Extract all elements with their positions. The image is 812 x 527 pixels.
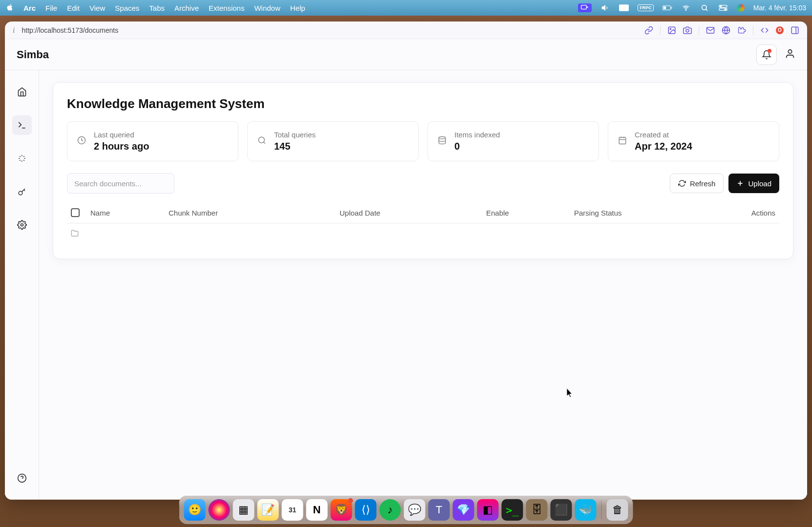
dock-dbeaver[interactable]: 🗄 (526, 499, 548, 521)
column-parsing: Parsing Status (574, 209, 736, 217)
dock-terminal[interactable]: >_ (502, 499, 523, 521)
macos-dock: 🙂 ▦ 📝 31 N 🦁 ⟨⟩ ♪ 💬 T 💎 ◧ >_ 🗄 ⬛ 🐳 🗑 (179, 496, 633, 524)
apple-menu-icon[interactable] (6, 3, 14, 13)
column-date: Upload Date (340, 209, 486, 217)
empty-table-row (67, 223, 779, 245)
menubar-datetime[interactable]: Mar. 4 févr. 15:03 (753, 4, 806, 12)
stat-total-queries: Total queries 145 (247, 121, 419, 161)
database-icon (438, 136, 447, 147)
svg-line-26 (23, 190, 24, 191)
menu-spaces[interactable]: Spaces (115, 4, 139, 12)
ext-globe-icon[interactable] (722, 26, 730, 35)
fps-badge[interactable]: FRPC (638, 4, 654, 11)
svg-rect-3 (619, 4, 629, 11)
link-icon[interactable] (644, 26, 653, 35)
svg-rect-0 (581, 5, 587, 9)
dock-launchpad[interactable]: ▦ (233, 499, 255, 521)
stat-value: 0 (454, 141, 500, 152)
dock-notes[interactable]: 📝 (257, 499, 279, 521)
sidebar-toggle-icon[interactable] (791, 26, 799, 35)
dock-obsidian[interactable]: 💎 (453, 499, 474, 521)
site-info-icon[interactable]: i (13, 26, 15, 35)
ext-picture-icon[interactable] (667, 26, 676, 35)
dock-docker[interactable]: 🐳 (575, 499, 597, 521)
dock-brave[interactable]: 🦁 (331, 499, 352, 521)
dock-notion[interactable]: N (306, 499, 328, 521)
search-icon (257, 136, 266, 147)
svg-rect-6 (671, 7, 672, 9)
sidebar-item-terminal[interactable] (12, 115, 32, 135)
volume-icon[interactable] (600, 3, 610, 12)
ext-puzzle-icon[interactable] (737, 26, 746, 35)
sidebar-item-home[interactable] (12, 82, 32, 102)
spotlight-icon[interactable] (700, 3, 709, 12)
status-circle-icon[interactable] (737, 4, 745, 12)
app-sidebar (5, 70, 39, 500)
page-title: Knowledge Management System (67, 96, 779, 111)
app-title: Simba (17, 48, 49, 61)
app-name-menu[interactable]: Arc (23, 4, 36, 12)
dock-trash[interactable]: 🗑 (607, 499, 628, 521)
dock-vscode[interactable]: ⟨⟩ (355, 499, 377, 521)
dock-siri[interactable] (209, 499, 230, 521)
screen-record-icon[interactable] (578, 3, 592, 12)
column-actions: Actions (736, 209, 775, 217)
stat-last-queried: Last queried 2 hours ago (67, 121, 238, 161)
wifi-icon[interactable] (681, 3, 691, 12)
refresh-button[interactable]: Refresh (670, 174, 724, 193)
menu-file[interactable]: File (45, 4, 57, 12)
svg-point-1 (587, 6, 588, 8)
macos-menubar: Arc File Edit View Spaces Tabs Archive E… (0, 0, 812, 16)
menu-help[interactable]: Help (290, 4, 305, 12)
table-header: Name Chunk Number Upload Date Enable Par… (67, 202, 779, 223)
stat-value: Apr 12, 2024 (635, 141, 692, 152)
search-input[interactable] (67, 173, 174, 194)
svg-point-8 (702, 5, 706, 10)
ext-arrows-icon[interactable] (760, 26, 769, 35)
keyboard-icon[interactable] (619, 3, 629, 12)
svg-point-15 (670, 28, 671, 29)
svg-rect-5 (663, 6, 666, 9)
ext-mail-icon[interactable] (706, 26, 715, 35)
sidebar-item-key[interactable] (12, 182, 32, 201)
menu-edit[interactable]: Edit (67, 4, 80, 12)
menu-window[interactable]: Window (254, 4, 280, 12)
svg-point-16 (686, 29, 689, 32)
upload-button[interactable]: Upload (728, 174, 779, 193)
dock-finder[interactable]: 🙂 (184, 499, 206, 521)
column-enable: Enable (486, 209, 574, 217)
url-text[interactable]: http://localhost:5173/documents (21, 26, 118, 34)
dock-iterm[interactable]: ⬛ (551, 499, 572, 521)
ext-opera-icon[interactable]: O (776, 26, 784, 34)
menu-tabs[interactable]: Tabs (149, 4, 165, 12)
folder-open-icon (71, 229, 79, 237)
calendar-icon (618, 136, 627, 147)
app-header: Simba (5, 39, 807, 70)
select-all-checkbox[interactable] (71, 208, 80, 217)
plus-icon (736, 179, 744, 187)
menu-extensions[interactable]: Extensions (209, 4, 244, 12)
control-center-icon[interactable] (718, 3, 728, 12)
dock-teams2[interactable]: T (428, 499, 450, 521)
menu-view[interactable]: View (89, 4, 105, 12)
stat-created-at: Created at Apr 12, 2024 (608, 121, 779, 161)
svg-point-22 (788, 49, 791, 53)
dock-calendar[interactable]: 31 (282, 499, 303, 521)
stat-label: Total queries (274, 131, 316, 139)
ext-camera-icon[interactable] (683, 26, 692, 35)
sidebar-item-help[interactable] (12, 468, 32, 488)
main-card: Knowledge Management System Last queried… (53, 82, 793, 259)
user-profile-icon[interactable] (785, 48, 795, 61)
dock-spotify[interactable]: ♪ (380, 499, 401, 521)
dock-teams[interactable]: 💬 (404, 499, 426, 521)
battery-icon[interactable] (662, 3, 672, 12)
svg-rect-34 (619, 137, 626, 144)
dock-jetbrains[interactable]: ◧ (477, 499, 499, 521)
main-panel: Knowledge Management System Last queried… (39, 70, 807, 500)
menu-archive[interactable]: Archive (174, 4, 199, 12)
stat-value: 2 hours ago (94, 141, 149, 152)
sidebar-item-settings[interactable] (12, 215, 32, 235)
sidebar-item-sparkle[interactable] (12, 149, 32, 168)
upload-label: Upload (748, 179, 771, 188)
notifications-button[interactable] (756, 44, 777, 65)
